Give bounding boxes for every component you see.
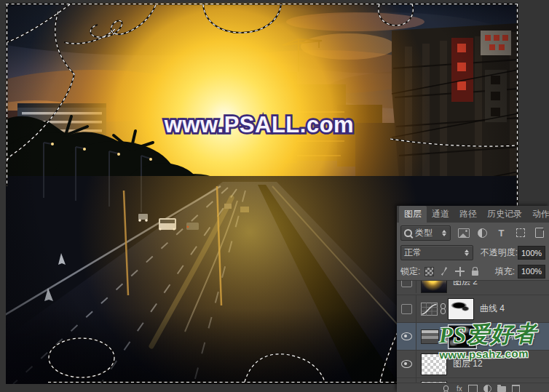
brush-icon xyxy=(441,267,449,276)
visibility-checkbox-icon xyxy=(401,281,412,287)
layer-row-empty[interactable]: 图层 12 xyxy=(397,351,549,378)
blend-mode-row: 正常 不透明度: 100% xyxy=(397,243,549,263)
eye-icon xyxy=(401,332,412,340)
type-icon: T xyxy=(499,228,505,238)
checkerboard-icon xyxy=(424,267,434,276)
lock-pixels-button[interactable] xyxy=(438,266,451,276)
lock-row: 锁定: 填充: 100% xyxy=(397,263,549,281)
layer-row-curves[interactable]: 曲线 4 xyxy=(397,295,549,323)
eye-icon xyxy=(401,360,412,368)
layer-mask-thumbnail[interactable] xyxy=(449,326,475,348)
filter-kind-label: 类型 xyxy=(415,227,433,239)
fill-label: 填充: xyxy=(495,265,515,278)
layer-name: 图层 2 xyxy=(453,281,478,288)
visibility-cell[interactable] xyxy=(397,281,416,293)
psall-watermark-text: www.PSALL.com xyxy=(164,112,354,137)
photoshop-window: www.PSALL.com 图层 通道 路径 历史记录 动作 类型 xyxy=(0,0,549,392)
layer-name: 色相/饱和度 2 xyxy=(481,330,534,343)
mask-link-icon[interactable] xyxy=(440,303,446,315)
chevron-up-down-icon xyxy=(464,249,470,256)
lock-all-button[interactable] xyxy=(469,266,481,276)
tab-history[interactable]: 历史记录 xyxy=(482,206,527,223)
layer-row-image[interactable]: 图层 2 xyxy=(397,281,549,295)
hue-saturation-adjustment-icon[interactable] xyxy=(421,329,439,344)
delete-layer-button[interactable] xyxy=(512,385,520,392)
tab-actions[interactable]: 动作 xyxy=(527,206,549,223)
layer-filter-row: 类型 T xyxy=(397,223,549,243)
shape-icon xyxy=(516,228,525,237)
filter-shape-layers-button[interactable] xyxy=(514,228,526,239)
layer-thumbnail[interactable] xyxy=(421,353,447,375)
image-icon xyxy=(458,228,470,238)
adjustment-circle-icon xyxy=(478,228,487,238)
add-mask-button[interactable] xyxy=(468,385,478,392)
visibility-checkbox-icon xyxy=(401,304,412,314)
panel-tab-bar: 图层 通道 路径 历史记录 动作 xyxy=(397,206,549,223)
filter-adjustment-layers-button[interactable] xyxy=(476,228,489,239)
blend-mode-value: 正常 xyxy=(404,247,422,259)
move-icon xyxy=(455,267,465,276)
tab-paths[interactable]: 路径 xyxy=(454,206,482,223)
mask-link-icon[interactable] xyxy=(441,330,448,343)
visibility-cell[interactable] xyxy=(397,295,416,322)
panel-footer-bar: fx xyxy=(397,383,549,392)
layers-panel: 图层 通道 路径 历史记录 动作 类型 T 正常 xyxy=(397,206,549,392)
layer-name: 图层 12 xyxy=(453,358,483,370)
lock-position-button[interactable] xyxy=(454,266,466,276)
search-icon xyxy=(404,229,412,237)
layer-effects-button[interactable]: fx xyxy=(457,385,462,392)
filter-type-layers-button[interactable]: T xyxy=(495,228,507,239)
opacity-value[interactable]: 100% xyxy=(518,246,545,260)
filter-kind-dropdown[interactable]: 类型 xyxy=(400,225,451,241)
visibility-cell[interactable] xyxy=(397,351,416,377)
layer-thumbnail[interactable] xyxy=(421,281,447,293)
layer-row-hue-saturation[interactable]: 色相/饱和度 2 xyxy=(397,323,549,351)
chevron-up-down-icon xyxy=(441,230,447,236)
fill-value[interactable]: 100% xyxy=(518,265,545,279)
tab-layers[interactable]: 图层 xyxy=(399,206,427,223)
filter-pixel-layers-button[interactable] xyxy=(457,228,470,239)
lock-label: 锁定: xyxy=(400,265,420,278)
link-layers-button[interactable] xyxy=(443,385,449,392)
layers-list: 图层 2 曲线 4 xyxy=(397,281,549,392)
layer-name: 曲线 4 xyxy=(480,303,505,315)
new-group-button[interactable] xyxy=(497,386,506,392)
smart-object-icon xyxy=(535,228,544,238)
lock-transparency-button[interactable] xyxy=(423,266,435,276)
new-adjustment-layer-button[interactable] xyxy=(483,385,491,392)
filter-smart-object-button[interactable] xyxy=(533,228,545,239)
curves-adjustment-icon[interactable] xyxy=(421,303,438,316)
tab-channels[interactable]: 通道 xyxy=(427,206,454,223)
visibility-cell[interactable] xyxy=(397,323,416,350)
padlock-icon xyxy=(472,271,478,276)
blend-mode-dropdown[interactable]: 正常 xyxy=(400,245,473,260)
layer-mask-thumbnail[interactable] xyxy=(448,298,474,320)
opacity-label: 不透明度: xyxy=(481,247,518,259)
